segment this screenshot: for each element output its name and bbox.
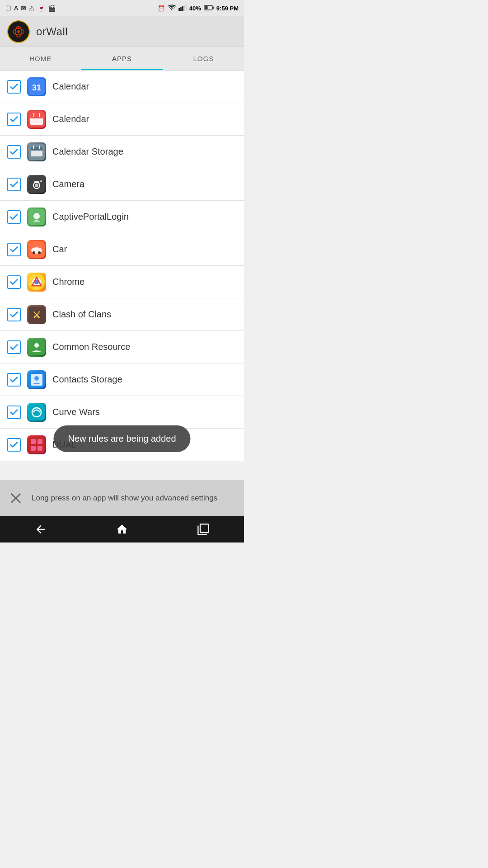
svg-rect-53 — [38, 446, 42, 451]
svg-rect-52 — [31, 446, 36, 451]
app-checkbox[interactable] — [7, 275, 21, 289]
list-item[interactable]: Chrome — [0, 266, 244, 298]
app-icon: ⚔ — [27, 305, 46, 324]
app-checkbox[interactable] — [7, 373, 21, 387]
app-icon — [27, 208, 46, 226]
bottom-nav — [0, 516, 244, 542]
hint-text: Long press on an app will show you advan… — [32, 493, 217, 504]
svg-point-30 — [40, 180, 42, 182]
svg-rect-8 — [204, 6, 207, 9]
notification-icon-2: A — [14, 5, 18, 12]
app-list: 31CalendarCalendarCalendar StorageCamera… — [0, 71, 244, 461]
notification-icon-6: 🎬 — [48, 5, 56, 12]
app-name: Clash of Clans — [52, 309, 111, 320]
app-checkbox[interactable] — [7, 178, 21, 191]
status-icons-left: ☐ A ✉ ⚠ 🍷 🎬 — [5, 5, 56, 12]
list-item[interactable]: Calendar — [0, 103, 244, 136]
app-checkbox[interactable] — [7, 308, 21, 321]
status-bar: ☐ A ✉ ⚠ 🍷 🎬 ⏰ 40% — [0, 0, 244, 16]
svg-rect-47 — [28, 404, 45, 420]
recents-button[interactable] — [193, 519, 213, 539]
app-icon — [27, 338, 46, 357]
svg-point-36 — [38, 251, 41, 254]
svg-point-46 — [34, 376, 39, 381]
home-button[interactable] — [112, 519, 132, 539]
app-icon — [27, 110, 46, 129]
list-item[interactable]: ⚔Clash of Clans — [0, 298, 244, 331]
alarm-icon: ⏰ — [158, 5, 165, 12]
svg-rect-5 — [186, 5, 187, 11]
app-checkbox[interactable] — [7, 438, 21, 452]
notification-icon-4: ⚠ — [29, 5, 35, 12]
app-icon — [27, 240, 46, 259]
hint-close-button[interactable] — [7, 490, 24, 507]
hint-bar: Long press on an app will show you advan… — [0, 480, 244, 516]
app-icon — [27, 403, 46, 422]
app-icon: 31 — [27, 77, 46, 96]
app-checkbox[interactable] — [7, 113, 21, 126]
signal-icon — [178, 5, 187, 12]
app-icon — [27, 175, 46, 194]
svg-rect-29 — [34, 181, 39, 183]
svg-rect-3 — [182, 6, 183, 11]
svg-rect-51 — [38, 439, 42, 444]
app-name: Calendar — [52, 114, 89, 124]
app-checkbox[interactable] — [7, 406, 21, 419]
svg-point-35 — [33, 251, 35, 254]
list-item[interactable]: 31Calendar — [0, 71, 244, 103]
svg-text:⚔: ⚔ — [33, 310, 41, 320]
svg-rect-2 — [180, 7, 182, 11]
list-item[interactable]: CaptivePortalLogin — [0, 201, 244, 233]
app-name: Common Resource — [52, 342, 130, 352]
status-right: ⏰ 40% — [158, 5, 239, 12]
app-checkbox[interactable] — [7, 340, 21, 354]
svg-rect-1 — [178, 8, 180, 11]
app-icon — [27, 142, 46, 161]
svg-rect-7 — [212, 6, 214, 9]
app-logo — [7, 20, 30, 43]
app-name: Chrome — [52, 277, 84, 287]
tab-apps[interactable]: APPS — [81, 47, 162, 70]
list-item[interactable]: Contacts Storage — [0, 363, 244, 396]
content-area: 31CalendarCalendarCalendar StorageCamera… — [0, 71, 244, 480]
app-checkbox[interactable] — [7, 145, 21, 159]
list-item[interactable]: Calendar Storage — [0, 136, 244, 168]
svg-point-12 — [17, 30, 20, 33]
wifi-icon — [168, 5, 176, 12]
app-name: CaptivePortalLogin — [52, 212, 129, 222]
list-item[interactable]: Camera — [0, 168, 244, 201]
app-name: Calendar — [52, 81, 89, 92]
list-item[interactable]: Curve Wars — [0, 396, 244, 429]
svg-point-28 — [35, 184, 38, 187]
notification-icon-1: ☐ — [5, 5, 11, 12]
back-button[interactable] — [31, 519, 51, 539]
svg-rect-18 — [30, 115, 43, 118]
svg-rect-4 — [184, 5, 185, 11]
app-bar: orWall — [0, 16, 244, 47]
app-icon — [27, 370, 46, 389]
notification-icon-3: ✉ — [21, 5, 26, 12]
app-icon — [27, 435, 46, 454]
battery-icon — [204, 5, 214, 12]
app-checkbox[interactable] — [7, 210, 21, 224]
tabs: HOME APPS LOGS — [0, 47, 244, 71]
tab-home[interactable]: HOME — [0, 47, 81, 70]
svg-text:31: 31 — [32, 83, 41, 92]
app-name: Contacts Storage — [52, 374, 122, 385]
list-item[interactable]: Car — [0, 233, 244, 266]
app-name: Car — [52, 244, 67, 255]
time: 9:59 PM — [216, 5, 239, 12]
svg-rect-23 — [31, 147, 42, 151]
svg-point-43 — [34, 343, 39, 348]
app-title: orWall — [36, 25, 68, 38]
list-item[interactable]: Common Resource — [0, 331, 244, 363]
toast: New rules are being added — [53, 425, 190, 452]
app-checkbox[interactable] — [7, 80, 21, 94]
notification-icon-5: 🍷 — [38, 5, 45, 12]
svg-rect-49 — [28, 437, 45, 453]
svg-point-32 — [33, 213, 40, 219]
app-name: Calendar Storage — [52, 146, 123, 157]
battery-percent: 40% — [189, 5, 201, 12]
tab-logs[interactable]: LOGS — [163, 47, 244, 70]
app-checkbox[interactable] — [7, 243, 21, 256]
